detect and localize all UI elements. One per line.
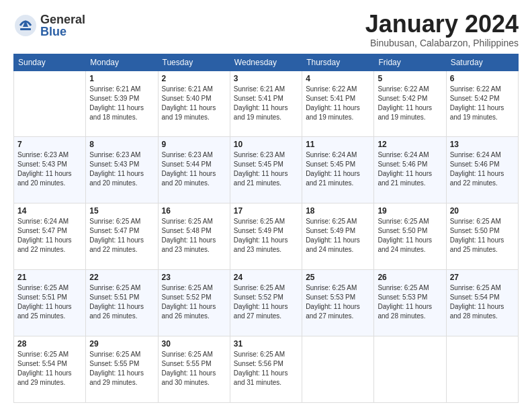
week-row: 21Sunrise: 6:25 AMSunset: 5:51 PMDayligh… <box>14 270 519 336</box>
day-number: 16 <box>162 206 226 216</box>
day-info: Sunrise: 6:25 AMSunset: 5:51 PMDaylight:… <box>17 283 82 321</box>
calendar-cell: 25Sunrise: 6:25 AMSunset: 5:53 PMDayligh… <box>302 270 374 336</box>
calendar-cell: 29Sunrise: 6:25 AMSunset: 5:55 PMDayligh… <box>86 336 158 403</box>
day-header-thursday: Thursday <box>302 54 374 71</box>
day-number: 21 <box>17 273 82 282</box>
week-row: 7Sunrise: 6:23 AMSunset: 5:43 PMDaylight… <box>14 137 519 203</box>
day-number: 18 <box>306 206 370 216</box>
day-info: Sunrise: 6:25 AMSunset: 5:52 PMDaylight:… <box>234 283 298 321</box>
logo-text: General Blue <box>40 13 85 38</box>
calendar-cell: 26Sunrise: 6:25 AMSunset: 5:53 PMDayligh… <box>374 270 446 336</box>
calendar-cell: 1Sunrise: 6:21 AMSunset: 5:39 PMDaylight… <box>86 71 158 137</box>
day-number: 29 <box>89 339 154 349</box>
calendar-cell: 14Sunrise: 6:24 AMSunset: 5:47 PMDayligh… <box>14 203 86 270</box>
day-number: 17 <box>234 206 298 216</box>
calendar-title: January 2024 <box>365 11 519 38</box>
calendar-cell: 24Sunrise: 6:25 AMSunset: 5:52 PMDayligh… <box>230 270 302 336</box>
day-header-monday: Monday <box>86 54 158 71</box>
day-number: 28 <box>17 339 82 349</box>
day-number: 25 <box>306 273 370 282</box>
calendar-cell: 2Sunrise: 6:21 AMSunset: 5:40 PMDaylight… <box>158 71 230 137</box>
day-number: 13 <box>450 140 515 149</box>
calendar-cell: 15Sunrise: 6:25 AMSunset: 5:47 PMDayligh… <box>86 203 158 270</box>
calendar-cell: 17Sunrise: 6:25 AMSunset: 5:49 PMDayligh… <box>230 203 302 270</box>
calendar-cell: 5Sunrise: 6:22 AMSunset: 5:42 PMDaylight… <box>374 71 446 137</box>
header-row: SundayMondayTuesdayWednesdayThursdayFrid… <box>14 54 519 71</box>
day-info: Sunrise: 6:23 AMSunset: 5:45 PMDaylight:… <box>234 150 298 188</box>
day-number: 31 <box>234 339 298 349</box>
page: General Blue January 2024 Binubusan, Cal… <box>0 0 532 411</box>
day-number: 23 <box>162 273 226 282</box>
day-number: 4 <box>306 74 370 83</box>
calendar-cell <box>374 336 446 403</box>
day-header-sunday: Sunday <box>14 54 86 71</box>
calendar-cell: 23Sunrise: 6:25 AMSunset: 5:52 PMDayligh… <box>158 270 230 336</box>
calendar-cell: 3Sunrise: 6:21 AMSunset: 5:41 PMDaylight… <box>230 71 302 137</box>
calendar-subtitle: Binubusan, Calabarzon, Philippines <box>365 38 519 48</box>
day-info: Sunrise: 6:25 AMSunset: 5:49 PMDaylight:… <box>234 217 298 255</box>
title-section: January 2024 Binubusan, Calabarzon, Phil… <box>365 11 519 48</box>
day-number: 8 <box>89 140 154 149</box>
calendar-cell: 16Sunrise: 6:25 AMSunset: 5:48 PMDayligh… <box>158 203 230 270</box>
calendar-cell: 22Sunrise: 6:25 AMSunset: 5:51 PMDayligh… <box>86 270 158 336</box>
day-number: 26 <box>378 273 442 282</box>
day-info: Sunrise: 6:24 AMSunset: 5:46 PMDaylight:… <box>450 150 515 188</box>
day-header-friday: Friday <box>374 54 446 71</box>
calendar-cell: 27Sunrise: 6:25 AMSunset: 5:54 PMDayligh… <box>446 270 518 336</box>
calendar-cell: 4Sunrise: 6:22 AMSunset: 5:41 PMDaylight… <box>302 71 374 137</box>
day-info: Sunrise: 6:23 AMSunset: 5:44 PMDaylight:… <box>162 150 226 188</box>
day-info: Sunrise: 6:25 AMSunset: 5:48 PMDaylight:… <box>162 217 226 255</box>
header: General Blue January 2024 Binubusan, Cal… <box>13 11 519 48</box>
day-number: 2 <box>162 74 226 83</box>
day-number: 5 <box>378 74 442 83</box>
day-info: Sunrise: 6:25 AMSunset: 5:56 PMDaylight:… <box>234 350 298 387</box>
calendar-cell: 21Sunrise: 6:25 AMSunset: 5:51 PMDayligh… <box>14 270 86 336</box>
day-number: 9 <box>162 140 226 149</box>
calendar-cell <box>14 71 86 137</box>
day-number: 24 <box>234 273 298 282</box>
day-number: 19 <box>378 206 442 216</box>
day-number: 7 <box>17 140 82 149</box>
calendar-table: SundayMondayTuesdayWednesdayThursdayFrid… <box>13 54 519 403</box>
day-number: 22 <box>89 273 154 282</box>
day-info: Sunrise: 6:24 AMSunset: 5:46 PMDaylight:… <box>378 150 442 188</box>
calendar-cell: 8Sunrise: 6:23 AMSunset: 5:43 PMDaylight… <box>86 137 158 203</box>
week-row: 14Sunrise: 6:24 AMSunset: 5:47 PMDayligh… <box>14 203 519 270</box>
logo-blue: Blue <box>40 26 85 38</box>
calendar-cell: 30Sunrise: 6:25 AMSunset: 5:55 PMDayligh… <box>158 336 230 403</box>
day-number: 3 <box>234 74 298 83</box>
day-number: 1 <box>89 74 154 83</box>
day-number: 14 <box>17 206 82 216</box>
calendar-cell: 19Sunrise: 6:25 AMSunset: 5:50 PMDayligh… <box>374 203 446 270</box>
day-info: Sunrise: 6:25 AMSunset: 5:53 PMDaylight:… <box>306 283 370 321</box>
day-number: 10 <box>234 140 298 149</box>
day-header-saturday: Saturday <box>446 54 518 71</box>
calendar-cell: 12Sunrise: 6:24 AMSunset: 5:46 PMDayligh… <box>374 137 446 203</box>
calendar-cell: 11Sunrise: 6:24 AMSunset: 5:45 PMDayligh… <box>302 137 374 203</box>
day-info: Sunrise: 6:22 AMSunset: 5:42 PMDaylight:… <box>378 85 442 122</box>
day-number: 27 <box>450 273 515 282</box>
calendar-cell <box>446 336 518 403</box>
calendar-cell: 10Sunrise: 6:23 AMSunset: 5:45 PMDayligh… <box>230 137 302 203</box>
day-info: Sunrise: 6:25 AMSunset: 5:54 PMDaylight:… <box>17 350 82 387</box>
day-header-tuesday: Tuesday <box>158 54 230 71</box>
calendar-cell <box>302 336 374 403</box>
svg-rect-1 <box>20 28 31 30</box>
logo-general: General <box>40 13 85 26</box>
day-info: Sunrise: 6:24 AMSunset: 5:47 PMDaylight:… <box>17 217 82 255</box>
day-info: Sunrise: 6:23 AMSunset: 5:43 PMDaylight:… <box>17 150 82 188</box>
day-number: 15 <box>89 206 154 216</box>
day-info: Sunrise: 6:25 AMSunset: 5:55 PMDaylight:… <box>162 350 226 387</box>
day-number: 30 <box>162 339 226 349</box>
logo: General Blue <box>13 13 85 38</box>
day-info: Sunrise: 6:25 AMSunset: 5:47 PMDaylight:… <box>89 217 154 255</box>
day-info: Sunrise: 6:22 AMSunset: 5:41 PMDaylight:… <box>306 85 370 122</box>
calendar-cell: 20Sunrise: 6:25 AMSunset: 5:50 PMDayligh… <box>446 203 518 270</box>
week-row: 28Sunrise: 6:25 AMSunset: 5:54 PMDayligh… <box>14 336 519 403</box>
day-info: Sunrise: 6:21 AMSunset: 5:40 PMDaylight:… <box>162 85 226 122</box>
calendar-cell: 7Sunrise: 6:23 AMSunset: 5:43 PMDaylight… <box>14 137 86 203</box>
day-info: Sunrise: 6:21 AMSunset: 5:39 PMDaylight:… <box>89 85 154 122</box>
day-info: Sunrise: 6:25 AMSunset: 5:50 PMDaylight:… <box>378 217 442 255</box>
day-number: 12 <box>378 140 442 149</box>
day-info: Sunrise: 6:25 AMSunset: 5:55 PMDaylight:… <box>89 350 154 387</box>
